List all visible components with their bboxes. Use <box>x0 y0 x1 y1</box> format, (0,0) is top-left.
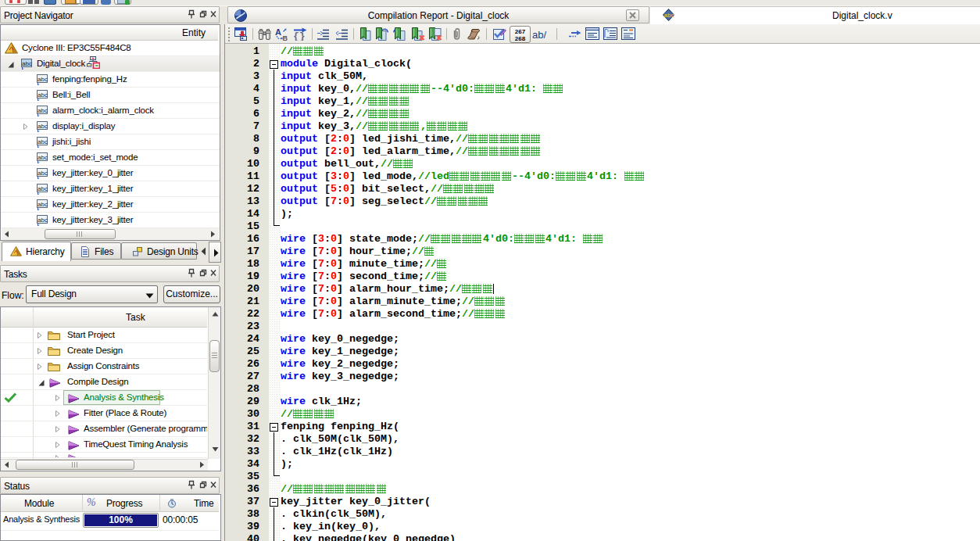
svg-text:abc: abc <box>38 154 48 161</box>
svg-text:abc: abc <box>38 123 48 130</box>
svg-text:abc: abc <box>22 60 32 67</box>
svg-text:abc: abc <box>38 91 48 99</box>
svg-text:abc: abc <box>38 170 48 177</box>
svg-text:abc: abc <box>664 12 674 19</box>
svg-text:A: A <box>275 27 281 37</box>
svg-text:abc: abc <box>38 138 48 145</box>
svg-text:B: B <box>283 34 288 41</box>
svg-text:abc: abc <box>38 217 48 224</box>
svg-text:abc: abc <box>38 185 48 192</box>
svg-text:abc: abc <box>38 107 48 114</box>
svg-text:{}: {} <box>293 30 306 41</box>
svg-text:abc: abc <box>38 76 48 83</box>
svg-text:abc: abc <box>38 201 48 208</box>
